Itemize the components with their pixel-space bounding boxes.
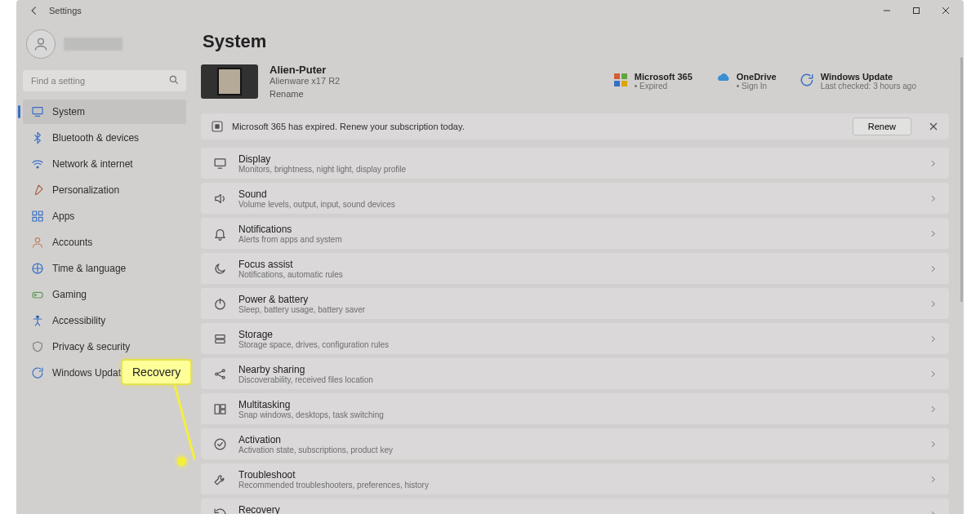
chevron-right-icon [929, 475, 938, 484]
row-title: Display [238, 153, 406, 165]
app-title: Settings [49, 6, 82, 16]
service-m365[interactable]: Microsoft 365 • Expired [613, 72, 693, 91]
scrollbar-thumb[interactable] [960, 57, 963, 302]
settings-row-focus-assist[interactable]: Focus assist Notifications, automatic ru… [201, 253, 949, 284]
svg-point-19 [37, 316, 39, 318]
pc-model: Alienware x17 R2 [270, 76, 340, 86]
sidebar-item-label: Apps [52, 210, 74, 222]
svg-rect-13 [38, 217, 42, 221]
brush-icon [31, 184, 44, 197]
sidebar-item-network-internet[interactable]: Network & internet [23, 152, 186, 176]
bell-icon [212, 226, 227, 241]
settings-row-troubleshoot[interactable]: Troubleshoot Recommended troubleshooters… [201, 463, 949, 494]
svg-rect-25 [215, 124, 219, 128]
svg-line-6 [176, 82, 178, 84]
row-subtitle: Sleep, battery usage, battery saver [238, 305, 365, 314]
share-icon [212, 366, 227, 381]
svg-point-5 [170, 76, 176, 82]
chevron-right-icon [929, 440, 938, 449]
svg-rect-21 [621, 73, 627, 79]
sidebar-item-accessibility[interactable]: Accessibility [23, 308, 186, 333]
row-subtitle: Storage space, drives, configuration rul… [238, 340, 389, 349]
sidebar-item-label: Accounts [52, 237, 92, 248]
svg-point-40 [215, 439, 225, 450]
renew-button[interactable]: Renew [853, 117, 911, 135]
close-button[interactable] [931, 2, 960, 20]
account-name-redacted [64, 38, 122, 51]
sidebar-item-system[interactable]: System [23, 100, 186, 124]
row-title: Sound [238, 188, 395, 200]
avatar[interactable] [26, 29, 56, 59]
sidebar: System Bluetooth & devices Network & int… [16, 21, 193, 514]
sidebar-item-personalization[interactable]: Personalization [23, 178, 186, 202]
settings-row-recovery[interactable]: Recovery Reset, advanced startup, go bac… [201, 498, 949, 514]
svg-rect-7 [33, 108, 42, 114]
svg-rect-12 [33, 217, 37, 221]
sidebar-item-privacy-security[interactable]: Privacy & security [23, 335, 186, 359]
chevron-right-icon [929, 229, 938, 238]
m365-icon [613, 73, 628, 87]
recovery-icon [212, 507, 227, 514]
accessibility-icon [31, 314, 44, 327]
settings-row-notifications[interactable]: Notifications Alerts from apps and syste… [201, 218, 949, 249]
sidebar-item-accounts[interactable]: Accounts [23, 230, 186, 255]
settings-row-nearby-sharing[interactable]: Nearby sharing Discoverability, received… [201, 358, 949, 389]
settings-row-activation[interactable]: Activation Activation state, subscriptio… [201, 428, 949, 459]
sidebar-item-label: Accessibility [52, 315, 105, 326]
chevron-right-icon [929, 299, 938, 308]
chevron-right-icon [929, 510, 938, 515]
wifi-icon [31, 157, 44, 171]
svg-rect-37 [215, 404, 220, 413]
svg-rect-33 [215, 339, 224, 343]
multitask-icon [212, 401, 227, 416]
row-title: Multitasking [238, 399, 384, 410]
sidebar-item-apps[interactable]: Apps [23, 204, 186, 228]
sound-icon [212, 191, 227, 206]
service-update[interactable]: Windows Update Last checked: 3 hours ago [800, 72, 916, 91]
service-onedrive[interactable]: OneDrive • Sign In [715, 72, 777, 91]
maximize-button[interactable] [902, 2, 931, 20]
settings-row-multitasking[interactable]: Multitasking Snap windows, desktops, tas… [201, 393, 949, 424]
rename-link[interactable]: Rename [270, 89, 340, 99]
callout-label: Recovery [121, 359, 192, 385]
svg-rect-22 [614, 81, 620, 86]
row-subtitle: Volume levels, output, input, sound devi… [238, 200, 395, 209]
pc-thumbnail [201, 64, 258, 99]
settings-row-storage[interactable]: Storage Storage space, drives, configura… [201, 323, 949, 354]
main-content: System Alien-Puter Alienware x17 R2 Rena… [193, 21, 964, 514]
chevron-right-icon [929, 370, 938, 379]
page-title: System [203, 31, 949, 52]
alert-close-button[interactable] [924, 122, 942, 131]
clock-globe-icon [31, 262, 44, 275]
chevron-right-icon [929, 159, 938, 168]
pc-name: Alien-Puter [270, 64, 340, 76]
alert-text: Microsoft 365 has expired. Renew your su… [232, 122, 465, 131]
sidebar-item-label: Network & internet [52, 158, 133, 170]
minimize-button[interactable] [872, 2, 902, 20]
row-title: Storage [238, 329, 389, 340]
svg-rect-20 [614, 73, 620, 79]
search-input[interactable] [23, 70, 186, 91]
row-title: Activation [238, 434, 393, 445]
apps-icon [31, 210, 44, 223]
sidebar-item-label: Privacy & security [52, 341, 130, 352]
onedrive-icon [715, 73, 730, 87]
settings-row-power-battery[interactable]: Power & battery Sleep, battery usage, ba… [201, 288, 949, 319]
row-title: Nearby sharing [238, 364, 373, 375]
moon-icon [212, 261, 227, 276]
shield-icon [31, 340, 44, 353]
chevron-right-icon [929, 335, 938, 343]
power-icon [212, 296, 227, 311]
update-icon [800, 73, 814, 87]
svg-rect-23 [621, 81, 627, 86]
sidebar-item-time-language[interactable]: Time & language [23, 256, 186, 281]
chevron-right-icon [929, 194, 938, 203]
svg-rect-10 [33, 211, 37, 215]
settings-row-display[interactable]: Display Monitors, brightness, night ligh… [201, 148, 949, 179]
back-button[interactable] [26, 2, 42, 19]
sidebar-item-bluetooth-devices[interactable]: Bluetooth & devices [23, 126, 186, 150]
svg-point-14 [35, 238, 39, 242]
row-subtitle: Recommended troubleshooters, preferences… [238, 481, 429, 490]
sidebar-item-gaming[interactable]: Gaming [23, 282, 186, 307]
settings-row-sound[interactable]: Sound Volume levels, output, input, soun… [201, 183, 949, 214]
